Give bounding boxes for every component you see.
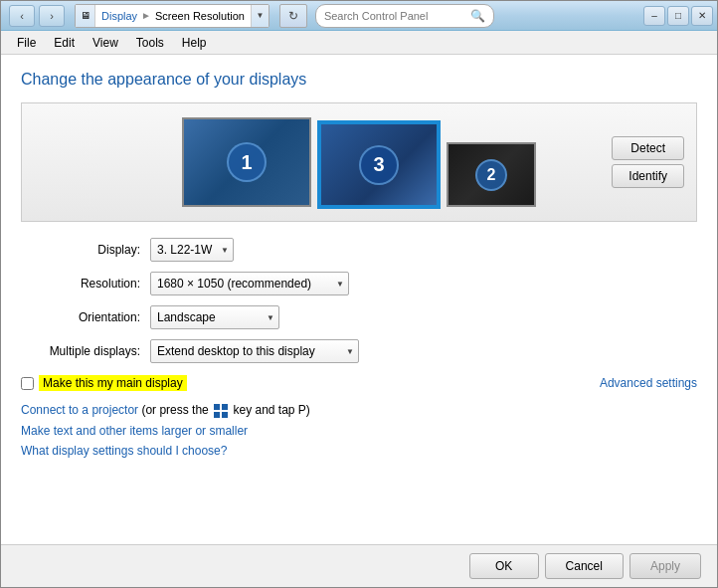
resolution-control: 1680 × 1050 (recommended) (150, 272, 697, 295)
close-button[interactable]: ✕ (691, 6, 713, 26)
identify-button[interactable]: Identify (612, 164, 684, 188)
address-dropdown-btn[interactable]: ▼ (251, 4, 269, 28)
monitor-2-screen: 2 (447, 142, 536, 207)
crumb-current: Screen Resolution (155, 10, 245, 22)
resolution-label: Resolution: (21, 277, 150, 291)
title-bar-left: ‹ › 🖥 Display ► Screen Resolution ▼ ↻ 🔍 (9, 4, 494, 28)
bottom-bar: OK Cancel Apply (1, 544, 717, 587)
windows-logo-icon (214, 404, 228, 418)
ok-button[interactable]: OK (469, 553, 539, 579)
forward-button[interactable]: › (39, 5, 65, 27)
main-content: Change the appearance of your displays 1… (1, 55, 717, 544)
main-display-row: Make this my main display Advanced setti… (21, 375, 697, 391)
monitor-2-number: 2 (475, 159, 507, 191)
menu-tools[interactable]: Tools (128, 33, 172, 53)
menu-bar: File Edit View Tools Help (1, 31, 717, 55)
back-button[interactable]: ‹ (9, 5, 35, 27)
apply-button[interactable]: Apply (629, 553, 701, 579)
title-bar: ‹ › 🖥 Display ► Screen Resolution ▼ ↻ 🔍 … (1, 1, 717, 31)
menu-file[interactable]: File (9, 33, 44, 53)
display-label: Display: (21, 243, 150, 257)
minimize-button[interactable]: – (643, 6, 665, 26)
address-bar: 🖥 Display ► Screen Resolution ▼ (75, 4, 269, 28)
monitor-1[interactable]: 1 (180, 115, 313, 209)
monitor-1-screen: 1 (182, 117, 311, 207)
refresh-button[interactable]: ↻ (279, 4, 307, 28)
main-display-label: Make this my main display (39, 375, 187, 391)
main-window: ‹ › 🖥 Display ► Screen Resolution ▼ ↻ 🔍 … (0, 0, 718, 588)
address-bar-icon: 🖥 (76, 4, 95, 28)
cancel-button[interactable]: Cancel (545, 553, 624, 579)
svg-rect-3 (222, 412, 228, 418)
menu-help[interactable]: Help (174, 33, 215, 53)
larger-items-link[interactable]: Make text and other items larger or smal… (21, 424, 697, 438)
search-box: 🔍 (315, 4, 494, 28)
connect-projector-link[interactable]: Connect to a projector (21, 403, 138, 417)
monitor-3-screen: 3 (319, 122, 439, 207)
menu-view[interactable]: View (85, 33, 126, 53)
monitor-3-number: 3 (359, 145, 399, 185)
svg-rect-2 (214, 412, 220, 418)
page-title: Change the appearance of your displays (21, 71, 697, 89)
display-monitors: 1 3 2 (34, 115, 684, 209)
projector-link-text: (or press the (141, 403, 212, 417)
detect-button[interactable]: Detect (612, 136, 684, 160)
advanced-settings-link[interactable]: Advanced settings (600, 376, 697, 390)
multiple-displays-control: Extend desktop to this display (150, 339, 697, 363)
resolution-select[interactable]: 1680 × 1050 (recommended) (150, 272, 349, 295)
svg-rect-0 (214, 404, 220, 410)
display-select[interactable]: 3. L22-1W (150, 238, 234, 262)
search-icon[interactable]: 🔍 (470, 9, 485, 23)
main-display-checkbox[interactable] (21, 377, 34, 390)
detect-identify-buttons: Detect Identify (612, 136, 684, 188)
svg-rect-1 (222, 404, 228, 410)
multiple-displays-select[interactable]: Extend desktop to this display (150, 339, 359, 363)
projector-link-row: Connect to a projector (or press the key… (21, 403, 697, 418)
title-bar-controls: – □ ✕ (643, 6, 713, 26)
resolution-select-wrapper: 1680 × 1050 (recommended) (150, 272, 349, 295)
address-crumbs: Display ► Screen Resolution (95, 10, 251, 22)
monitor-2[interactable]: 2 (445, 140, 538, 209)
display-control: 3. L22-1W (150, 238, 697, 262)
projector-link-text2: key and tap P) (233, 403, 309, 417)
monitor-1-number: 1 (227, 142, 267, 182)
crumb-separator: ► (141, 10, 151, 21)
display-select-wrapper: 3. L22-1W (150, 238, 234, 262)
orientation-label: Orientation: (21, 310, 150, 324)
orientation-select-wrapper: Landscape (150, 305, 279, 329)
maximize-button[interactable]: □ (667, 6, 689, 26)
multiple-displays-label: Multiple displays: (21, 344, 150, 358)
orientation-select[interactable]: Landscape (150, 305, 279, 329)
monitor-3[interactable]: 3 (317, 120, 441, 209)
multiple-displays-select-wrapper: Extend desktop to this display (150, 339, 359, 363)
menu-edit[interactable]: Edit (46, 33, 83, 53)
display-preview-area: 1 3 2 Detect Identify (21, 102, 697, 222)
settings-grid: Display: 3. L22-1W Resolution: 1680 × 10… (21, 238, 697, 363)
crumb-display[interactable]: Display (101, 10, 137, 22)
links-section: Connect to a projector (or press the key… (21, 403, 697, 458)
search-input[interactable] (324, 10, 466, 22)
orientation-control: Landscape (150, 305, 697, 329)
display-settings-link[interactable]: What display settings should I choose? (21, 444, 697, 458)
